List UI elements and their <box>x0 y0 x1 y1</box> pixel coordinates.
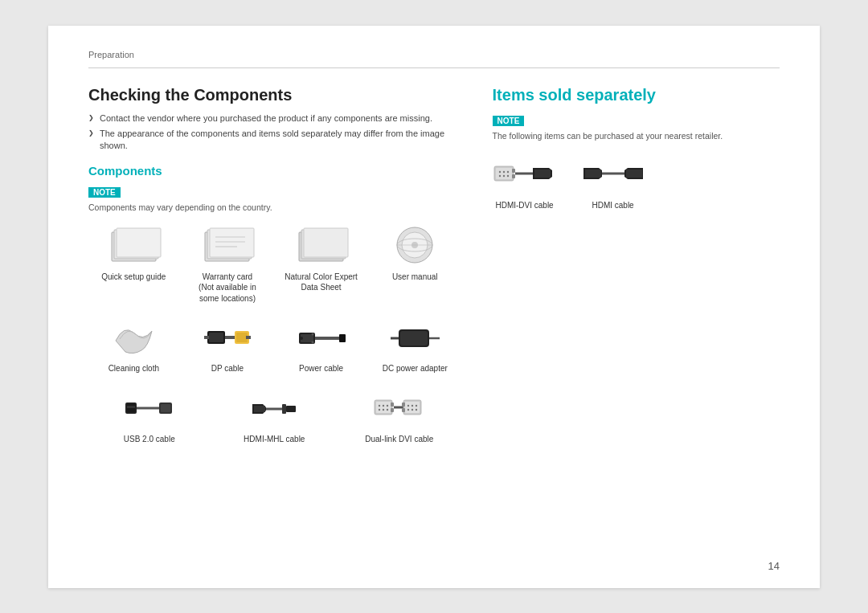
user-manual-label: User manual <box>392 272 438 283</box>
svg-point-29 <box>312 333 314 335</box>
svg-rect-27 <box>339 334 346 342</box>
hdmi-dvi-label: HDMI-DVI cable <box>495 200 553 211</box>
svg-rect-2 <box>117 228 161 257</box>
components-row2: Cleaning cloth <box>88 315 461 374</box>
separately-items: HDMI-DVI cable <box>493 152 780 211</box>
warranty-card-label: Warranty card(Not available insome locat… <box>199 272 256 304</box>
svg-rect-66 <box>402 408 405 412</box>
svg-rect-40 <box>161 404 170 412</box>
dvi-cable-icon <box>371 386 428 430</box>
svg-point-30 <box>312 341 314 343</box>
svg-rect-75 <box>512 169 515 173</box>
bullet-item: The appearance of the components and ite… <box>88 128 461 153</box>
svg-point-59 <box>407 405 409 407</box>
main-title: Checking the Components <box>88 86 461 104</box>
list-item: Quick setup guide <box>88 223 179 304</box>
quick-setup-guide-label: Quick setup guide <box>101 272 166 283</box>
svg-point-71 <box>506 171 508 173</box>
svg-rect-32 <box>400 331 428 345</box>
hdmi-cable-icon <box>581 152 645 196</box>
page: Preparation Checking the Components Cont… <box>48 26 820 588</box>
quick-setup-guide-icon <box>105 223 162 268</box>
svg-point-69 <box>498 171 500 173</box>
list-item: DC power adapter <box>370 315 461 374</box>
dvi-cable-label: Dual-link DVI cable <box>365 434 433 445</box>
note-badge: NOTE <box>88 187 121 198</box>
list-item: HDMI cable <box>581 152 645 211</box>
svg-point-52 <box>383 409 384 411</box>
natural-color-icon <box>293 223 350 268</box>
divider <box>88 67 780 68</box>
list-item: Cleaning cloth <box>88 315 179 374</box>
content-columns: Checking the Components Contact the vend… <box>88 86 780 445</box>
right-column: Items sold separately NOTE The following… <box>493 86 780 445</box>
svg-rect-47 <box>376 402 391 413</box>
hdmi-cable-label: HDMI cable <box>592 200 633 211</box>
svg-rect-44 <box>282 404 286 414</box>
svg-rect-84 <box>626 170 642 178</box>
svg-rect-79 <box>534 170 551 178</box>
natural-color-label: Natural Color ExpertData Sheet <box>285 272 358 293</box>
dp-cable-icon <box>199 315 256 359</box>
svg-point-49 <box>383 405 384 407</box>
list-item: Warranty card(Not available insome locat… <box>182 223 273 304</box>
svg-rect-81 <box>585 170 601 178</box>
svg-point-51 <box>379 409 380 411</box>
list-item: Power cable <box>276 315 366 374</box>
svg-point-60 <box>411 405 413 407</box>
svg-rect-37 <box>127 406 135 408</box>
svg-point-70 <box>502 171 504 173</box>
user-manual-icon <box>387 223 443 268</box>
hdmi-mhl-icon <box>246 386 302 430</box>
svg-point-73 <box>502 175 504 177</box>
svg-rect-58 <box>405 402 420 413</box>
components-row1: Quick setup guide Warrant <box>88 223 461 304</box>
svg-rect-65 <box>402 403 405 407</box>
svg-rect-11 <box>304 228 348 257</box>
svg-rect-5 <box>210 228 254 257</box>
svg-rect-21 <box>236 333 248 342</box>
svg-point-48 <box>379 405 380 407</box>
list-item: Natural Color ExpertData Sheet <box>276 223 366 304</box>
svg-rect-76 <box>512 174 515 178</box>
list-item: DP cable <box>182 315 273 374</box>
svg-rect-54 <box>391 403 394 407</box>
components-title: Components <box>88 164 461 178</box>
svg-point-64 <box>416 409 417 411</box>
dc-adapter-label: DC power adapter <box>383 363 448 374</box>
dp-cable-label: DP cable <box>211 363 244 374</box>
list-item: USB 2.0 cable <box>88 386 211 445</box>
dc-adapter-icon <box>387 315 443 359</box>
separately-note-badge: NOTE <box>493 116 525 126</box>
left-column: Checking the Components Contact the vend… <box>88 86 461 445</box>
svg-point-50 <box>387 405 388 407</box>
svg-point-63 <box>411 409 413 411</box>
svg-rect-45 <box>286 406 296 412</box>
svg-point-74 <box>506 175 508 177</box>
svg-rect-42 <box>254 406 265 412</box>
separately-note-text: The following items can be purchased at … <box>493 131 780 141</box>
list-item: HDMI-MHL cable <box>214 386 336 445</box>
hdmi-dvi-icon <box>493 152 557 196</box>
note-text: Components may vary depending on the cou… <box>88 202 461 212</box>
svg-point-72 <box>498 175 500 177</box>
warranty-card-icon <box>199 223 256 268</box>
separately-title: Items sold separately <box>493 86 780 104</box>
svg-rect-55 <box>391 408 394 412</box>
list-item: Dual-link DVI cable <box>338 386 461 445</box>
cleaning-cloth-icon <box>105 315 162 359</box>
power-cable-icon <box>293 315 350 359</box>
svg-rect-18 <box>209 333 223 342</box>
power-cable-label: Power cable <box>299 363 343 374</box>
svg-point-53 <box>387 409 388 411</box>
bullet-item: Contact the vendor where you purchased t… <box>88 112 461 125</box>
svg-point-28 <box>300 337 303 340</box>
page-number: 14 <box>768 560 780 572</box>
svg-point-61 <box>416 405 417 407</box>
svg-point-62 <box>407 409 409 411</box>
hdmi-mhl-label: HDMI-MHL cable <box>244 434 305 445</box>
list-item: User manual <box>370 223 461 304</box>
svg-rect-68 <box>496 168 512 179</box>
bullet-list: Contact the vendor where you purchased t… <box>88 112 461 153</box>
components-row3: USB 2.0 cable HDMI-MHL cable <box>88 386 461 445</box>
